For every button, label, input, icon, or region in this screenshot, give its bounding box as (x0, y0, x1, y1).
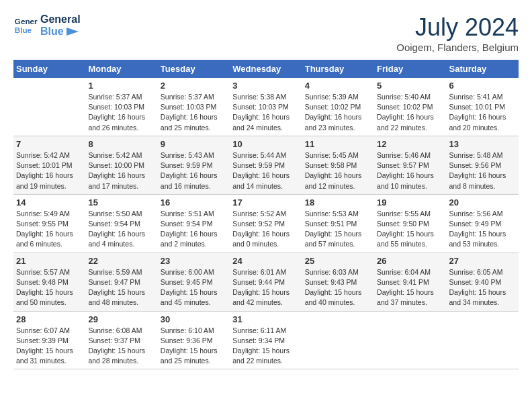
day-number: 3 (232, 81, 299, 91)
day-number: 29 (88, 314, 154, 324)
calendar-cell: 12Sunrise: 5:46 AM Sunset: 9:57 PM Dayli… (374, 136, 446, 194)
day-number: 31 (232, 314, 299, 324)
day-info: Sunrise: 5:41 AM Sunset: 10:01 PM Daylig… (449, 92, 516, 133)
day-number: 9 (161, 139, 227, 149)
logo-flag-icon (65, 26, 80, 37)
logo-general: General (40, 13, 81, 26)
calendar-cell (447, 311, 519, 369)
week-row-4: 21Sunrise: 5:57 AM Sunset: 9:48 PM Dayli… (13, 253, 519, 311)
day-info: Sunrise: 5:43 AM Sunset: 9:59 PM Dayligh… (161, 150, 227, 191)
weekday-header-monday: Monday (85, 60, 157, 78)
day-info: Sunrise: 5:37 AM Sunset: 10:03 PM Daylig… (161, 92, 227, 133)
day-number: 26 (377, 256, 443, 266)
day-info: Sunrise: 5:49 AM Sunset: 9:55 PM Dayligh… (16, 209, 83, 250)
day-info: Sunrise: 6:10 AM Sunset: 9:36 PM Dayligh… (161, 326, 227, 367)
logo-icon: General Blue (13, 13, 38, 38)
calendar-cell: 4Sunrise: 5:39 AM Sunset: 10:02 PM Dayli… (302, 78, 374, 136)
day-info: Sunrise: 6:08 AM Sunset: 9:37 PM Dayligh… (88, 326, 154, 367)
calendar-cell: 31Sunrise: 6:11 AM Sunset: 9:34 PM Dayli… (230, 311, 302, 369)
week-row-2: 7Sunrise: 5:42 AM Sunset: 10:01 PM Dayli… (13, 136, 519, 194)
day-number: 18 (305, 197, 371, 208)
day-info: Sunrise: 6:07 AM Sunset: 9:39 PM Dayligh… (16, 326, 83, 367)
day-number: 19 (377, 197, 443, 208)
calendar-cell: 16Sunrise: 5:51 AM Sunset: 9:54 PM Dayli… (158, 194, 230, 253)
day-number: 8 (88, 139, 154, 149)
calendar-cell: 25Sunrise: 6:03 AM Sunset: 9:43 PM Dayli… (302, 253, 374, 311)
day-number: 7 (16, 139, 83, 149)
day-info: Sunrise: 5:50 AM Sunset: 9:54 PM Dayligh… (88, 209, 154, 250)
calendar-body: 1Sunrise: 5:37 AM Sunset: 10:03 PM Dayli… (13, 78, 519, 369)
logo-line1: General (15, 17, 38, 26)
logo-blue: Blue (40, 26, 81, 38)
page-header: General Blue General Blue July 2024 Ooig… (13, 13, 519, 53)
calendar-cell: 14Sunrise: 5:49 AM Sunset: 9:55 PM Dayli… (13, 194, 85, 253)
calendar-cell: 29Sunrise: 6:08 AM Sunset: 9:37 PM Dayli… (85, 311, 157, 369)
calendar-cell: 28Sunrise: 6:07 AM Sunset: 9:39 PM Dayli… (13, 311, 85, 369)
day-number: 1 (88, 81, 154, 91)
calendar-cell: 20Sunrise: 5:56 AM Sunset: 9:49 PM Dayli… (447, 194, 519, 253)
calendar-cell: 21Sunrise: 5:57 AM Sunset: 9:48 PM Dayli… (13, 253, 85, 311)
week-row-3: 14Sunrise: 5:49 AM Sunset: 9:55 PM Dayli… (13, 194, 519, 253)
weekday-header-friday: Friday (374, 60, 446, 78)
day-number: 30 (161, 314, 227, 324)
calendar-cell: 13Sunrise: 5:48 AM Sunset: 9:56 PM Dayli… (447, 136, 519, 194)
day-info: Sunrise: 6:04 AM Sunset: 9:41 PM Dayligh… (377, 267, 443, 308)
day-number: 27 (449, 256, 516, 266)
day-info: Sunrise: 5:55 AM Sunset: 9:50 PM Dayligh… (377, 209, 443, 250)
day-number: 24 (232, 256, 299, 266)
location-subtitle: Ooigem, Flanders, Belgium (396, 42, 519, 53)
calendar-cell: 6Sunrise: 5:41 AM Sunset: 10:01 PM Dayli… (447, 78, 519, 136)
day-info: Sunrise: 5:57 AM Sunset: 9:48 PM Dayligh… (16, 267, 83, 308)
day-number: 14 (16, 197, 83, 208)
calendar-cell: 18Sunrise: 5:53 AM Sunset: 9:51 PM Dayli… (302, 194, 374, 253)
weekday-header-sunday: Sunday (13, 60, 85, 78)
calendar-cell (374, 311, 446, 369)
day-info: Sunrise: 5:59 AM Sunset: 9:47 PM Dayligh… (88, 267, 154, 308)
weekday-header-row: SundayMondayTuesdayWednesdayThursdayFrid… (13, 60, 519, 78)
day-info: Sunrise: 5:42 AM Sunset: 10:00 PM Daylig… (88, 150, 154, 191)
calendar-cell: 10Sunrise: 5:44 AM Sunset: 9:59 PM Dayli… (230, 136, 302, 194)
week-row-5: 28Sunrise: 6:07 AM Sunset: 9:39 PM Dayli… (13, 311, 519, 369)
day-number: 12 (377, 139, 443, 149)
calendar-cell (13, 78, 85, 136)
day-number: 6 (449, 81, 516, 91)
calendar-cell: 5Sunrise: 5:40 AM Sunset: 10:02 PM Dayli… (374, 78, 446, 136)
calendar-cell: 30Sunrise: 6:10 AM Sunset: 9:36 PM Dayli… (158, 311, 230, 369)
day-number: 4 (305, 81, 371, 91)
day-info: Sunrise: 5:44 AM Sunset: 9:59 PM Dayligh… (232, 150, 299, 191)
calendar-cell: 23Sunrise: 6:00 AM Sunset: 9:45 PM Dayli… (158, 253, 230, 311)
day-info: Sunrise: 5:53 AM Sunset: 9:51 PM Dayligh… (305, 209, 371, 250)
day-number: 13 (449, 139, 516, 149)
day-info: Sunrise: 5:42 AM Sunset: 10:01 PM Daylig… (16, 150, 83, 191)
day-number: 2 (161, 81, 227, 91)
day-info: Sunrise: 5:56 AM Sunset: 9:49 PM Dayligh… (449, 209, 516, 250)
day-info: Sunrise: 5:37 AM Sunset: 10:03 PM Daylig… (88, 92, 154, 133)
calendar-table: SundayMondayTuesdayWednesdayThursdayFrid… (13, 60, 519, 369)
week-row-1: 1Sunrise: 5:37 AM Sunset: 10:03 PM Dayli… (13, 78, 519, 136)
day-number: 5 (377, 81, 443, 91)
day-number: 23 (161, 256, 227, 266)
day-number: 21 (16, 256, 83, 266)
day-info: Sunrise: 5:40 AM Sunset: 10:02 PM Daylig… (377, 92, 443, 133)
calendar-cell: 24Sunrise: 6:01 AM Sunset: 9:44 PM Dayli… (230, 253, 302, 311)
day-number: 17 (232, 197, 299, 208)
day-info: Sunrise: 6:11 AM Sunset: 9:34 PM Dayligh… (232, 326, 299, 367)
day-info: Sunrise: 5:46 AM Sunset: 9:57 PM Dayligh… (377, 150, 443, 191)
calendar-cell: 7Sunrise: 5:42 AM Sunset: 10:01 PM Dayli… (13, 136, 85, 194)
calendar-cell (302, 311, 374, 369)
day-info: Sunrise: 6:03 AM Sunset: 9:43 PM Dayligh… (305, 267, 371, 308)
calendar-cell: 17Sunrise: 5:52 AM Sunset: 9:52 PM Dayli… (230, 194, 302, 253)
day-info: Sunrise: 5:45 AM Sunset: 9:58 PM Dayligh… (305, 150, 371, 191)
weekday-header-saturday: Saturday (447, 60, 519, 78)
calendar-cell: 27Sunrise: 6:05 AM Sunset: 9:40 PM Dayli… (447, 253, 519, 311)
day-info: Sunrise: 5:39 AM Sunset: 10:02 PM Daylig… (305, 92, 371, 133)
day-info: Sunrise: 6:01 AM Sunset: 9:44 PM Dayligh… (232, 267, 299, 308)
svg-marker-0 (66, 28, 79, 36)
day-number: 25 (305, 256, 371, 266)
day-info: Sunrise: 6:05 AM Sunset: 9:40 PM Dayligh… (449, 267, 516, 308)
weekday-header-thursday: Thursday (302, 60, 374, 78)
day-info: Sunrise: 5:51 AM Sunset: 9:54 PM Dayligh… (161, 209, 227, 250)
weekday-header-tuesday: Tuesday (158, 60, 230, 78)
calendar-cell: 9Sunrise: 5:43 AM Sunset: 9:59 PM Daylig… (158, 136, 230, 194)
day-info: Sunrise: 5:38 AM Sunset: 10:03 PM Daylig… (232, 92, 299, 133)
